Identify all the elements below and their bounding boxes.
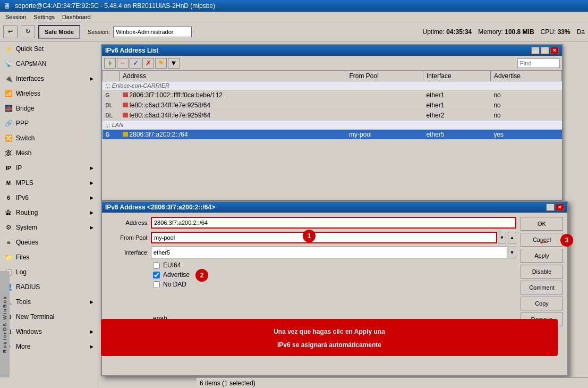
sidebar-label-quick-set: Quick Set [16, 45, 44, 53]
no-dad-row: No DAD [153, 281, 516, 288]
table-row-group1[interactable]: ;;; Enlace-con-CARRIER [103, 81, 562, 90]
sidebar-label-ipv6: IPv6 [16, 194, 29, 201]
from-pool-up[interactable]: ▲ [508, 232, 516, 243]
close-button[interactable]: ✕ [550, 47, 559, 54]
ipv6-list-toolbar: + − ✓ ✗ ⚑ ▼ [102, 56, 562, 71]
sidebar-item-more[interactable]: ≡ More [0, 339, 98, 354]
sidebar-item-wireless[interactable]: 📶 Wireless [0, 86, 98, 101]
dialog-minimize[interactable]: _ [546, 204, 555, 211]
dialog-controls: _ ✕ [546, 204, 564, 211]
ipv6-dialog-title[interactable]: IPv6 Address <2806:3f7:a200:2::/64> _ ✕ [102, 202, 567, 213]
apply-button[interactable]: Apply [521, 249, 563, 263]
sidebar-item-capsman[interactable]: 📡 CAPsMAN [0, 56, 98, 71]
interface-label: Interface: [106, 249, 149, 256]
sidebar-item-ppp[interactable]: 🔗 PPP [0, 116, 98, 131]
uptime-label: Uptime: 04:35:34 [423, 28, 472, 36]
eui64-checkbox[interactable] [153, 262, 160, 269]
sidebar-item-radius[interactable]: 👤 RADIUS [0, 280, 98, 294]
status-text: 6 items (1 selected) [200, 379, 255, 387]
content-area: IPv6 Address List _ □ ✕ + − ✓ ✗ ⚑ ▼ [98, 41, 588, 388]
table-row-group2[interactable]: ;;; LAN [103, 121, 562, 130]
annotation-bubble-2: 2 [195, 269, 208, 282]
sidebar-item-bridge[interactable]: 🌉 Bridge [0, 101, 98, 116]
disable-button[interactable]: Disable [521, 265, 563, 279]
sidebar-item-queues[interactable]: ≡ Queues [0, 235, 98, 250]
dialog-buttons: OK Cancel Apply Disable Comment Copy Rem… [521, 217, 563, 326]
sidebar-item-mesh[interactable]: 🕸 Mesh [0, 146, 98, 161]
sidebar-item-ipv6[interactable]: 6 IPv6 [0, 190, 98, 205]
address-input[interactable] [151, 217, 516, 229]
sidebar-item-tools[interactable]: 🔧 Tools [0, 294, 98, 309]
sidebar-item-log[interactable]: 📋 Log [0, 265, 98, 280]
table-row[interactable]: DL fe80::c6ad:34ff:fe7e:9258/64 ether1 n… [103, 100, 562, 111]
files-icon: 📁 [4, 253, 13, 262]
interface-input[interactable] [151, 247, 507, 258]
sidebar-label-windows: Windows [16, 328, 42, 335]
sidebar-item-interfaces[interactable]: 🔌 Interfaces [0, 71, 98, 86]
annotation-bubble-1: 1 [303, 230, 316, 242]
undo-button[interactable]: ↩ [3, 26, 18, 38]
flag-button[interactable]: ⚑ [155, 58, 167, 69]
menu-settings[interactable]: Settings [30, 13, 58, 21]
sidebar-item-files[interactable]: 📁 Files [0, 250, 98, 265]
col-interface: Interface [423, 71, 490, 81]
sidebar-label-bridge: Bridge [16, 105, 35, 112]
sidebar-label-mpls: MPLS [16, 179, 33, 187]
from-pool-dropdown[interactable]: ▼ [498, 232, 506, 243]
copy-button[interactable]: Copy [521, 297, 563, 310]
redo-button[interactable]: ↻ [21, 26, 35, 38]
no-dad-label: No DAD [163, 281, 186, 288]
cross-button[interactable]: ✗ [142, 58, 154, 69]
dialog-close[interactable]: ✕ [556, 204, 564, 211]
remove-button[interactable]: − [117, 58, 129, 69]
comment-button[interactable]: Comment [521, 281, 563, 294]
maximize-button[interactable]: □ [541, 47, 549, 54]
bridge-icon: 🌉 [4, 104, 13, 113]
ok-button[interactable]: OK [521, 217, 563, 231]
add-button[interactable]: + [104, 58, 116, 69]
system-icon: ⚙ [4, 223, 13, 232]
sidebar-item-quick-set[interactable]: ⚡ Quick Set [0, 41, 98, 56]
interface-dropdown[interactable]: ▼ [508, 247, 516, 258]
sidebar-label-ip: IP [16, 164, 22, 172]
sidebar-item-system[interactable]: ⚙ System [0, 220, 98, 235]
table-area: Address From Pool Interface Advertise ;;… [102, 71, 562, 140]
check-button[interactable]: ✓ [130, 58, 141, 69]
sidebar-item-routing[interactable]: 🛣 Routing [0, 205, 98, 220]
address-row: Address: [106, 217, 516, 229]
sidebar-item-switch[interactable]: 🔀 Switch [0, 131, 98, 146]
sidebar-label-log: Log [16, 268, 27, 276]
find-input[interactable] [517, 58, 560, 68]
interface-row: Interface: ▼ [106, 247, 516, 258]
ipv6-list-title[interactable]: IPv6 Address List _ □ ✕ [102, 45, 562, 56]
sidebar-label-switch: Switch [16, 134, 35, 142]
no-dad-checkbox[interactable] [153, 281, 160, 288]
menu-dashboard[interactable]: Dashboard [59, 13, 94, 21]
filter-button[interactable]: ▼ [168, 58, 180, 69]
from-pool-input[interactable] [151, 232, 497, 243]
col-from-pool: From Pool [346, 71, 423, 81]
table-row[interactable]: DL fe80::c6ad:34ff:fe7e:9259/64 ether2 n… [103, 111, 562, 121]
sidebar-label-files: Files [16, 254, 29, 261]
minimize-button[interactable]: _ [531, 47, 540, 54]
sidebar-item-ip[interactable]: IP IP [0, 161, 98, 175]
status-bar: 6 items (1 selected) [197, 377, 588, 388]
eui64-label: EUI64 [163, 262, 181, 269]
sidebar-label-queues: Queues [16, 239, 38, 246]
mesh-icon: 🕸 [4, 149, 13, 157]
advertise-checkbox[interactable] [153, 272, 160, 279]
session-input[interactable] [113, 27, 192, 37]
safe-mode-button[interactable]: Safe Mode [38, 25, 80, 39]
table-row-selected[interactable]: G 2806:3f7:a200:2::/64 my-pool ether5 ye… [103, 130, 562, 140]
apply-arrow: ← [538, 235, 550, 249]
queues-icon: ≡ [4, 238, 13, 247]
sidebar-item-mpls[interactable]: M MPLS [0, 175, 98, 190]
mpls-icon: M [4, 179, 13, 187]
menu-session[interactable]: Session [2, 13, 29, 21]
sidebar-item-windows[interactable]: ⊡ Windows [0, 324, 98, 339]
sidebar-item-new-terminal[interactable]: ⊞ New Terminal [0, 309, 98, 324]
sidebar-label-routing: Routing [16, 209, 38, 216]
cpu-label: CPU: 33% [541, 28, 570, 36]
sidebar-label-more: More [16, 343, 30, 350]
table-row[interactable]: G 2806:3f7:1002::ffff:f0ca:bebe/112 ethe… [103, 90, 562, 100]
